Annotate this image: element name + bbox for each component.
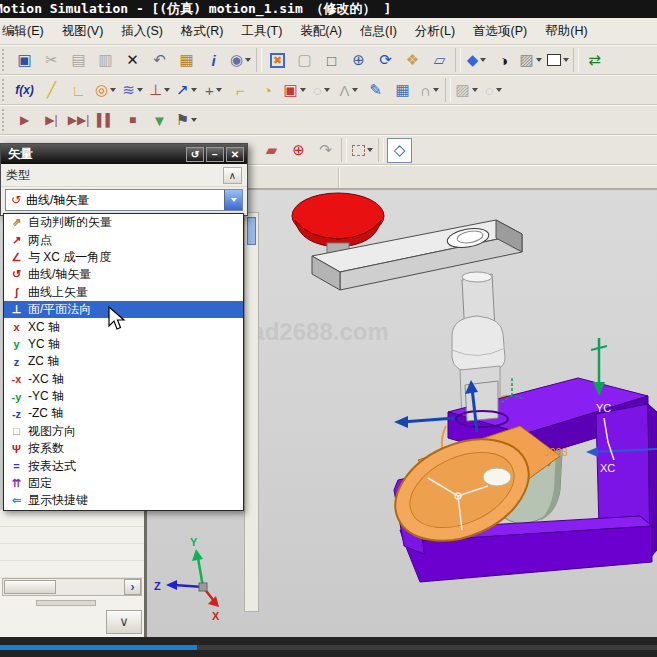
save-button[interactable]: ▣ xyxy=(12,48,37,73)
xy-graphing-button[interactable]: ∩ xyxy=(417,78,442,103)
spreadsheet-button[interactable]: ▦ xyxy=(390,78,415,103)
vector-type-curve-axis[interactable]: ↺曲线/轴矢量 xyxy=(4,266,243,283)
trace-icon: Λ xyxy=(339,82,349,99)
menu-tools[interactable]: 工具(T) xyxy=(232,18,291,44)
open-box-icon: ◇ xyxy=(394,141,406,159)
measure-button[interactable]: ◌ xyxy=(309,78,334,103)
object-information-icon: i xyxy=(211,52,215,69)
link-button[interactable]: ╱ xyxy=(39,78,64,103)
show-shortcuts[interactable]: ⇐显示快捷键 xyxy=(4,492,243,509)
trace-button[interactable]: Λ xyxy=(336,78,361,103)
smart-point-button[interactable]: + xyxy=(201,78,226,103)
force-vector-icon: ↗ xyxy=(176,81,189,99)
vector-type-zc-axis[interactable]: zZC 轴 xyxy=(4,353,243,370)
menu-analysis[interactable]: 分析(L) xyxy=(406,18,464,44)
toolbar-grip[interactable] xyxy=(2,109,8,131)
panel-splitter[interactable] xyxy=(36,600,96,606)
vector-type-view-direction[interactable]: □视图方向 xyxy=(4,423,243,440)
joint-button[interactable]: ∟ xyxy=(66,78,91,103)
dialog-reset-button[interactable]: ↺ xyxy=(186,147,204,162)
fit-view-button[interactable]: ✖ xyxy=(265,48,290,73)
spring-button[interactable]: ≋ xyxy=(120,78,145,103)
scroll-right-button[interactable]: › xyxy=(124,579,141,595)
paste-button[interactable]: ▥ xyxy=(93,48,118,73)
menu-preferences[interactable]: 首选项(P) xyxy=(464,18,536,44)
toolbar-grip[interactable] xyxy=(2,49,8,71)
dialog-minimize-button[interactable]: − xyxy=(206,147,224,162)
joint-coupler-button[interactable]: ⌐ xyxy=(228,78,253,103)
video-player-bar[interactable] xyxy=(0,637,657,657)
tool-disabled-b-button[interactable]: ◌ xyxy=(481,78,506,103)
delete-button[interactable]: ✕ xyxy=(120,48,145,73)
vector-type-inferred[interactable]: ⇗自动判断的矢量 xyxy=(4,214,243,231)
vector-type-combobox[interactable]: ↺ 曲线/轴矢量 xyxy=(5,189,243,211)
menu-view[interactable]: 视图(V) xyxy=(53,18,113,44)
snap-orbit-button[interactable]: ↷ xyxy=(313,138,338,163)
export-movie-button[interactable]: ▼ xyxy=(147,108,172,133)
vector-on-curve-icon: ∫ xyxy=(7,286,26,298)
marker-button[interactable]: ▣ xyxy=(282,78,307,103)
snap-open-box-button[interactable]: ◇ xyxy=(387,138,412,163)
find-component-button[interactable]: ◉ xyxy=(228,48,253,73)
pause-button[interactable]: ▌▌ xyxy=(93,108,118,133)
object-information-button[interactable]: i xyxy=(201,48,226,73)
body-force-button[interactable]: ↗ xyxy=(174,78,199,103)
resource-bar-scrollbar[interactable] xyxy=(244,212,259,612)
pan-view-button[interactable]: ❖ xyxy=(400,48,425,73)
tool-disabled-a-button[interactable]: ▨ xyxy=(454,78,479,103)
resource-bar-scroll-thumb[interactable] xyxy=(247,217,256,245)
select-rectangle-button[interactable] xyxy=(350,138,375,163)
step-forward-button[interactable]: ▶| xyxy=(39,108,64,133)
snap-deselect-button[interactable]: ▰ xyxy=(259,138,284,163)
undo-button[interactable]: ↶ xyxy=(147,48,172,73)
combobox-dropdown-button[interactable] xyxy=(224,190,242,210)
vector-dialog-titlebar[interactable]: 矢量 ↺ − ✕ xyxy=(1,144,247,164)
vector-type-two-points[interactable]: ↗两点 xyxy=(4,231,243,248)
zoom-box-button[interactable]: □ xyxy=(319,48,344,73)
video-progress-track[interactable] xyxy=(0,645,657,650)
scrollbar-thumb[interactable] xyxy=(4,580,56,594)
vector-type-neg-zc-axis[interactable]: -z-ZC 轴 xyxy=(4,405,243,422)
stop-button[interactable]: ■ xyxy=(120,108,145,133)
snap-rotate-point-button[interactable]: ⊕ xyxy=(286,138,311,163)
vector-type-fixed[interactable]: ⇈固定 xyxy=(4,475,243,492)
menu-information[interactable]: 信息(I) xyxy=(351,18,406,44)
vector-type-neg-yc-axis[interactable]: -y-YC 轴 xyxy=(4,388,243,405)
damper-button[interactable]: ⊥ xyxy=(147,78,172,103)
copy-button[interactable]: ▤ xyxy=(66,48,91,73)
finish-animation-button[interactable]: ⚑ xyxy=(174,108,199,133)
vector-type-neg-xc-axis[interactable]: -x-XC 轴 xyxy=(4,371,243,388)
vector-type-by-coefficients[interactable]: Ψ按系数 xyxy=(4,440,243,457)
background-button[interactable] xyxy=(545,48,570,73)
edit-object-display-button[interactable]: ▦ xyxy=(174,48,199,73)
orient-csys-button[interactable]: ⇄ xyxy=(582,48,607,73)
menu-edit[interactable]: 编辑(E) xyxy=(0,18,53,44)
zoom-in-out-button[interactable]: ⊕ xyxy=(346,48,371,73)
menu-assemblies[interactable]: 装配(A) xyxy=(291,18,351,44)
panel-collapse-button[interactable]: ∨ xyxy=(106,610,142,634)
play-button[interactable]: ▶ xyxy=(12,108,37,133)
toolbar-grip[interactable] xyxy=(2,79,8,101)
gear-coupler-button[interactable]: ◔ xyxy=(255,78,280,103)
clip-section-button[interactable]: ▨ xyxy=(518,48,543,73)
expression-button[interactable]: f(x) xyxy=(12,78,37,103)
vector-type-on-curve[interactable]: ∫曲线上矢量 xyxy=(4,284,243,301)
menu-format[interactable]: 格式(R) xyxy=(172,18,232,44)
animation-edit-button[interactable]: ✎ xyxy=(363,78,388,103)
display-mode-button[interactable]: ◑ xyxy=(491,48,516,73)
perspective-button[interactable]: ▱ xyxy=(427,48,452,73)
cut-button[interactable]: ✂ xyxy=(39,48,64,73)
rotate-view-button[interactable]: ⟳ xyxy=(373,48,398,73)
fast-forward-button[interactable]: ▶▶| xyxy=(66,108,91,133)
shaded-display-button[interactable]: ◆ xyxy=(464,48,489,73)
display-disabled-button[interactable]: ▢ xyxy=(292,48,317,73)
menu-insert[interactable]: 插入(S) xyxy=(112,18,172,44)
horizontal-scrollbar[interactable]: › xyxy=(2,578,142,596)
section-collapse-button[interactable]: ∧ xyxy=(223,167,242,184)
vector-type-yc-axis[interactable]: yYC 轴 xyxy=(4,336,243,353)
vector-type-by-expression[interactable]: =按表达式 xyxy=(4,457,243,474)
vector-type-angle-to-xc[interactable]: ∠与 XC 成一角度 xyxy=(4,249,243,266)
dialog-close-button[interactable]: ✕ xyxy=(226,147,244,162)
gears-button[interactable]: ◎ xyxy=(93,78,118,103)
menu-help[interactable]: 帮助(H) xyxy=(536,18,596,44)
